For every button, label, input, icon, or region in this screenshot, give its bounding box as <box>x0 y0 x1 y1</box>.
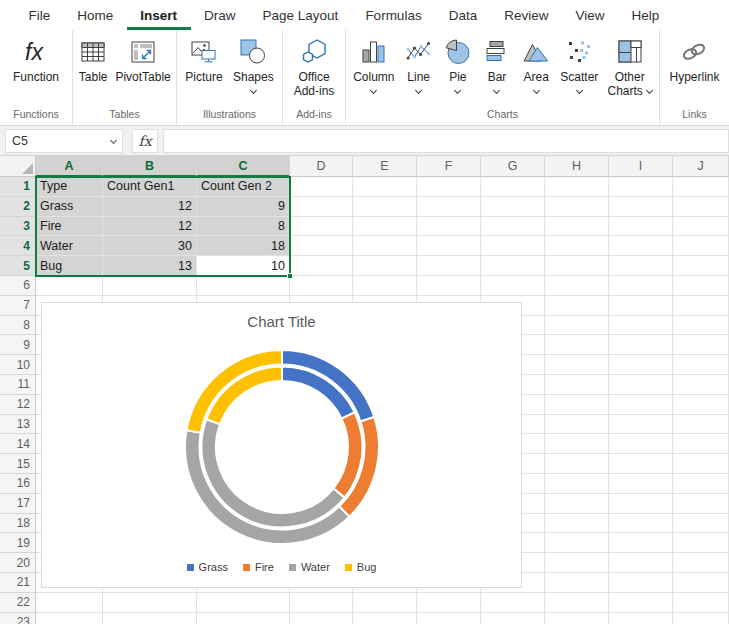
hyperlink-button[interactable]: Hyperlink <box>667 37 721 84</box>
cell-A23[interactable] <box>36 613 103 624</box>
cell-E23[interactable] <box>353 613 417 624</box>
cell-D1[interactable] <box>290 177 353 197</box>
cell-I7[interactable] <box>609 296 673 316</box>
cell-J15[interactable] <box>673 454 729 474</box>
name-box[interactable]: C5 <box>5 129 123 153</box>
cell-J1[interactable] <box>673 177 729 197</box>
cell-I1[interactable] <box>609 177 673 197</box>
cell-H23[interactable] <box>545 613 609 624</box>
legend-item-fire[interactable]: Fire <box>243 561 274 573</box>
insert-function-button[interactable]: fx <box>132 129 158 153</box>
cell-D5[interactable] <box>290 256 353 276</box>
cell-I8[interactable] <box>609 316 673 336</box>
cell-A6[interactable] <box>36 276 103 296</box>
cell-J6[interactable] <box>673 276 729 296</box>
cell-H22[interactable] <box>545 593 609 613</box>
cell-J13[interactable] <box>673 415 729 435</box>
function-button[interactable]: fx Function <box>11 37 61 84</box>
tab-insert[interactable]: Insert <box>127 0 191 30</box>
cell-H6[interactable] <box>545 276 609 296</box>
cell-H18[interactable] <box>545 514 609 534</box>
tab-review[interactable]: Review <box>491 0 562 30</box>
cell-J18[interactable] <box>673 514 729 534</box>
column-header-E[interactable]: E <box>353 156 417 177</box>
column-header-D[interactable]: D <box>290 156 353 177</box>
cell-F22[interactable] <box>417 593 481 613</box>
cell-J14[interactable] <box>673 434 729 454</box>
row-header-21[interactable]: 21 <box>0 573 36 593</box>
legend-item-water[interactable]: Water <box>289 561 330 573</box>
cell-H17[interactable] <box>545 494 609 514</box>
cell-H2[interactable] <box>545 197 609 217</box>
chevron-down-icon[interactable] <box>415 87 422 94</box>
cell-G5[interactable] <box>481 256 545 276</box>
cell-G2[interactable] <box>481 197 545 217</box>
cell-I14[interactable] <box>609 434 673 454</box>
row-header-22[interactable]: 22 <box>0 593 36 613</box>
cell-D6[interactable] <box>290 276 353 296</box>
office-addins-button[interactable]: Office Add-ins <box>292 37 337 98</box>
tab-view[interactable]: View <box>562 0 618 30</box>
cell-I9[interactable] <box>609 335 673 355</box>
cell-J22[interactable] <box>673 593 729 613</box>
tab-home[interactable]: Home <box>64 0 127 30</box>
cell-J2[interactable] <box>673 197 729 217</box>
cell-C2[interactable]: 9 <box>197 197 290 217</box>
cell-J16[interactable] <box>673 474 729 494</box>
tab-page-layout[interactable]: Page Layout <box>249 0 352 30</box>
chart-legend[interactable]: GrassFireWaterBug <box>42 561 521 573</box>
cell-D23[interactable] <box>290 613 353 624</box>
cell-A2[interactable]: Grass <box>36 197 103 217</box>
cell-H19[interactable] <box>545 533 609 553</box>
cell-E4[interactable] <box>353 236 417 256</box>
chevron-down-icon[interactable] <box>646 87 653 94</box>
chevron-down-icon[interactable] <box>250 87 257 94</box>
cell-H4[interactable] <box>545 236 609 256</box>
row-header-5[interactable]: 5 <box>0 256 36 276</box>
row-header-19[interactable]: 19 <box>0 533 36 553</box>
column-header-F[interactable]: F <box>417 156 481 177</box>
cell-F6[interactable] <box>417 276 481 296</box>
pie-chart-button[interactable]: Pie <box>441 37 475 93</box>
cell-J20[interactable] <box>673 553 729 573</box>
cell-A5[interactable]: Bug <box>36 256 103 276</box>
cell-J19[interactable] <box>673 533 729 553</box>
tab-data[interactable]: Data <box>435 0 491 30</box>
cell-J7[interactable] <box>673 296 729 316</box>
cell-I5[interactable] <box>609 256 673 276</box>
cell-G23[interactable] <box>481 613 545 624</box>
cell-B23[interactable] <box>103 613 197 624</box>
row-header-6[interactable]: 6 <box>0 276 36 296</box>
cell-I12[interactable] <box>609 395 673 415</box>
cell-G6[interactable] <box>481 276 545 296</box>
cell-H1[interactable] <box>545 177 609 197</box>
row-header-8[interactable]: 8 <box>0 316 36 336</box>
cell-H13[interactable] <box>545 415 609 435</box>
cell-I20[interactable] <box>609 553 673 573</box>
cell-A1[interactable]: Type <box>36 177 103 197</box>
pivottable-button[interactable]: PivotTable <box>113 37 172 84</box>
cell-E22[interactable] <box>353 593 417 613</box>
cell-F4[interactable] <box>417 236 481 256</box>
cell-I23[interactable] <box>609 613 673 624</box>
cell-J17[interactable] <box>673 494 729 514</box>
cell-G3[interactable] <box>481 217 545 237</box>
cell-I16[interactable] <box>609 474 673 494</box>
cell-H12[interactable] <box>545 395 609 415</box>
cell-F2[interactable] <box>417 197 481 217</box>
column-header-I[interactable]: I <box>609 156 673 177</box>
cell-J4[interactable] <box>673 236 729 256</box>
row-header-2[interactable]: 2 <box>0 197 36 217</box>
row-header-12[interactable]: 12 <box>0 395 36 415</box>
cell-G22[interactable] <box>481 593 545 613</box>
line-chart-button[interactable]: Line <box>402 37 436 93</box>
chevron-down-icon[interactable] <box>533 87 540 94</box>
cell-D22[interactable] <box>290 593 353 613</box>
cell-J5[interactable] <box>673 256 729 276</box>
cell-H15[interactable] <box>545 454 609 474</box>
scatter-chart-button[interactable]: Scatter <box>558 37 600 93</box>
tab-file[interactable]: File <box>15 0 64 30</box>
column-header-A[interactable]: A <box>36 156 103 177</box>
row-header-13[interactable]: 13 <box>0 415 36 435</box>
cell-A4[interactable]: Water <box>36 236 103 256</box>
